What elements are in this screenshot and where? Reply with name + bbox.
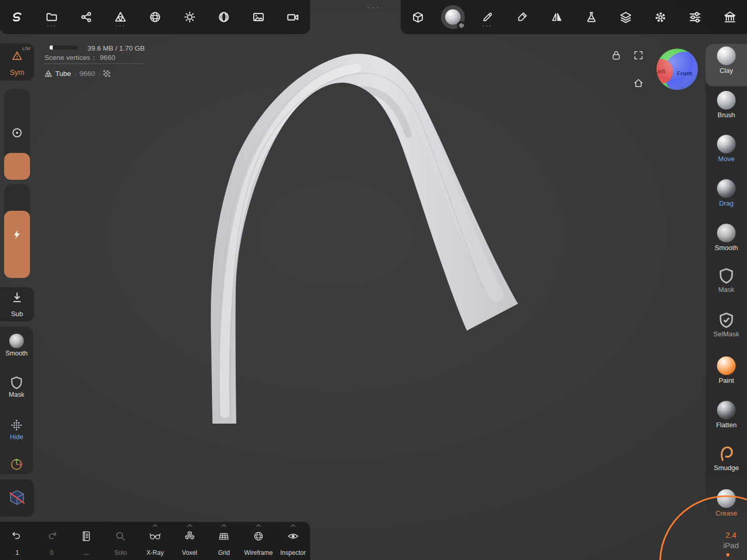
topology-button[interactable]: ··· [103, 0, 138, 34]
reset-view-button[interactable] [633, 78, 644, 88]
tool-rail: Clay Brush Move Drag Smooth Mask SelMask… [706, 44, 747, 522]
tool-flatten[interactable]: Flatten [706, 398, 747, 441]
sub-arrow-icon [11, 292, 23, 303]
tool-smooth[interactable]: Smooth [706, 221, 747, 263]
symmetry-button[interactable] [539, 0, 574, 34]
gallery-button[interactable] [712, 0, 747, 34]
tool-paint[interactable]: Paint [706, 354, 747, 396]
grid-icon [218, 530, 230, 542]
selected-object-row[interactable]: Tube · 9660 · [44, 70, 110, 77]
transform-gizmo-button[interactable] [401, 0, 435, 34]
inspector-button[interactable]: Inspector [276, 522, 310, 560]
selmask-shield-icon [718, 312, 735, 329]
expand-caret-icon [256, 524, 261, 527]
history-button[interactable]: ... [69, 522, 103, 560]
object-name: Tube [55, 70, 71, 77]
lock-view-button[interactable] [611, 50, 621, 60]
tool-move[interactable]: Move [706, 132, 747, 175]
fullscreen-icon [633, 50, 644, 60]
voxel-cubes-icon [184, 530, 196, 542]
active-tool-button[interactable] [435, 0, 470, 34]
symmetry-icon [551, 11, 562, 23]
stroke-button[interactable]: ··· [470, 0, 505, 34]
video-camera-icon [287, 11, 299, 23]
tool-drag[interactable]: Drag [706, 177, 747, 219]
lighting-button[interactable] [172, 0, 207, 34]
tool-label: Mask [718, 286, 734, 293]
camera-button[interactable] [276, 0, 310, 34]
tool-crease[interactable]: Crease [706, 487, 747, 522]
tool-settings-badge[interactable] [457, 21, 466, 30]
drag-sphere-icon [717, 179, 736, 198]
tool-smudge[interactable]: Smudge [706, 442, 747, 485]
triangle-mesh-icon [44, 70, 52, 77]
sub-button[interactable]: Sub [0, 287, 34, 321]
app-menu-button[interactable] [0, 0, 35, 34]
matcap-sphere-icon [218, 11, 230, 23]
expand-caret-icon [291, 524, 296, 527]
background-button[interactable] [241, 0, 276, 34]
settings-button[interactable] [643, 0, 678, 34]
voxel-button[interactable]: Voxel [172, 522, 207, 560]
undo-button[interactable]: 1 [0, 522, 35, 560]
eye-icon [287, 530, 299, 542]
strength-slider-fill[interactable] [4, 211, 30, 278]
tool-brush[interactable]: Brush [706, 88, 747, 131]
layers-button[interactable] [608, 0, 643, 34]
flask-icon [586, 11, 597, 23]
tool-mask[interactable]: Mask [706, 265, 747, 307]
marker-icon [516, 11, 528, 23]
sliders-icon [689, 11, 701, 23]
material-button[interactable] [207, 0, 241, 34]
xray-button[interactable]: X-Ray [138, 522, 173, 560]
grid-button[interactable]: Grid [207, 522, 241, 560]
checker-icon [103, 70, 110, 77]
redo-count: 0 [35, 549, 69, 556]
voxel-label: Voxel [172, 549, 207, 556]
fullscreen-button[interactable] [633, 50, 644, 60]
symmetry-toggle[interactable]: L/W Sym [0, 43, 34, 81]
tool-label: Smudge [714, 464, 739, 471]
bounding-box-toggle[interactable] [0, 479, 34, 517]
orientation-gizmo[interactable]: Front Left [655, 48, 699, 91]
tool-clay[interactable]: Clay [706, 44, 747, 86]
subdivision-button[interactable] [138, 0, 173, 34]
scene-graph-button[interactable] [69, 0, 103, 34]
gear-icon [654, 11, 666, 23]
tube-model[interactable] [211, 54, 518, 424]
redo-button[interactable]: 0 [35, 522, 69, 560]
tool-label: Move [718, 155, 735, 162]
left-quick-tools: Smooth Mask Hide [0, 326, 33, 474]
solo-button[interactable]: Solo [103, 522, 138, 560]
gizmo-axes-icon [9, 457, 24, 472]
interface-button[interactable] [678, 0, 712, 34]
wireframe-button[interactable]: Wireframe [241, 522, 276, 560]
quick-smooth-button[interactable]: Smooth [0, 334, 33, 357]
multitask-handle[interactable]: ··· [361, 2, 386, 12]
radius-slider-fill[interactable] [4, 153, 30, 180]
quick-hide-button[interactable]: Hide [0, 418, 33, 441]
inspector-label: Inspector [276, 549, 310, 556]
expand-caret-icon [187, 524, 192, 527]
quick-mask-button[interactable]: Mask [0, 376, 33, 398]
files-button[interactable]: ··· [35, 0, 69, 34]
gizmo-tool-button[interactable] [0, 457, 33, 472]
radius-slider[interactable] [4, 89, 30, 180]
expand-caret-icon [153, 524, 158, 527]
mask-shield-icon [10, 376, 23, 390]
scene-vertices: Scene vertices：9660 [44, 53, 115, 63]
object-vertex-count: 9660 [80, 70, 95, 77]
flatten-sphere-icon [717, 401, 736, 419]
strength-slider[interactable] [4, 184, 30, 278]
paint-tool-button[interactable] [505, 0, 539, 34]
tool-label: Clay [720, 67, 733, 74]
version-badge: 2.4 iPad [716, 531, 745, 550]
tool-selmask[interactable]: SelMask [706, 309, 747, 352]
quick-mask-label: Mask [9, 391, 24, 398]
separator-dot: · [74, 70, 77, 77]
redo-arrow-icon [45, 530, 58, 542]
notebook-icon [80, 530, 93, 542]
scene-vertices-value: 9660 [100, 54, 115, 61]
glasses-icon [149, 530, 161, 542]
lab-button[interactable] [574, 0, 608, 34]
